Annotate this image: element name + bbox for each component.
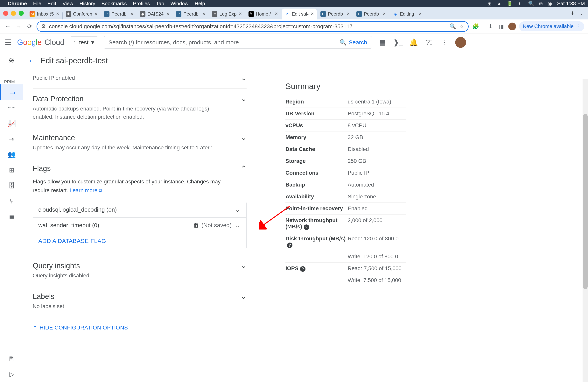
scrollbar-thumb[interactable] xyxy=(583,114,588,289)
extensions-icon[interactable]: 🧩 xyxy=(472,22,480,30)
close-window-button[interactable] xyxy=(3,11,8,16)
browser-tab[interactable]: ◆DAIS24✕ xyxy=(137,9,172,20)
rail-databases-icon[interactable]: ⊞ xyxy=(0,162,23,178)
minimize-window-button[interactable] xyxy=(11,11,16,16)
rail-product-icon[interactable]: ≋ xyxy=(0,53,23,68)
battery-icon[interactable]: 🔋 xyxy=(507,0,513,7)
gcp-search-button[interactable]: 🔍 Search xyxy=(335,36,372,49)
flag-row[interactable]: cloudsql.logical_decoding (on) ⌄ xyxy=(33,202,246,218)
menu-profiles[interactable]: Profiles xyxy=(133,0,150,7)
menubar-clock[interactable]: Sat 1:38 PM xyxy=(557,0,585,7)
reload-button[interactable]: ⟳ xyxy=(26,22,33,30)
forward-button[interactable]: → xyxy=(15,22,22,30)
browser-tab[interactable]: PPeerdb✕ xyxy=(173,9,208,20)
close-tab-icon[interactable]: ✕ xyxy=(56,11,59,17)
chevron-up-icon[interactable]: ⌃ xyxy=(241,164,247,172)
nav-menu-icon[interactable]: ☰ xyxy=(5,38,12,47)
rail-monitoring-icon[interactable]: 〰 xyxy=(0,100,23,116)
learn-more-link[interactable]: Learn more xyxy=(70,187,97,193)
browser-tab[interactable]: 𝕏Home /✕ xyxy=(246,9,281,20)
menu-app[interactable]: Chrome xyxy=(8,0,27,7)
rail-users-icon[interactable]: 👥 xyxy=(0,147,23,162)
menu-edit[interactable]: Edit xyxy=(47,0,56,7)
rail-insights-icon[interactable]: 📈 xyxy=(0,116,23,131)
chevron-down-icon[interactable]: ⌄ xyxy=(241,134,247,142)
close-tab-icon[interactable]: ✕ xyxy=(130,11,134,17)
google-cloud-logo[interactable]: Google Cloud xyxy=(17,38,64,47)
wifi-icon[interactable]: ᯤ xyxy=(518,0,523,7)
menu-view[interactable]: View xyxy=(63,0,73,7)
menu-tab[interactable]: Tab xyxy=(156,0,164,7)
close-tab-icon[interactable]: ✕ xyxy=(239,11,242,17)
chevron-down-icon[interactable]: ⌄ xyxy=(234,206,241,213)
back-button[interactable]: ← xyxy=(4,22,12,30)
browser-tab[interactable]: ❖Conferen✕ xyxy=(63,9,101,20)
close-tab-icon[interactable]: ✕ xyxy=(419,11,422,17)
account-avatar[interactable] xyxy=(455,37,466,48)
rail-overview-icon[interactable]: ▭ xyxy=(0,85,23,100)
more-icon[interactable]: ⋮ xyxy=(440,38,450,46)
status-app-icon[interactable]: ▲ xyxy=(497,0,502,7)
gcp-search-input[interactable]: Search (/) for resources, docs, products… xyxy=(104,36,335,49)
spotlight-icon[interactable]: 🔍 xyxy=(528,0,534,7)
help-tooltip-icon[interactable]: ? xyxy=(304,224,309,230)
bookmark-star-icon[interactable]: ☆ xyxy=(459,23,464,30)
browser-tab[interactable]: ≋Edit sai-✕ xyxy=(282,9,317,20)
browser-tab[interactable]: PPeerdb✕ xyxy=(101,9,136,20)
delete-flag-icon[interactable]: 🗑 xyxy=(193,222,199,229)
menu-window[interactable]: Window xyxy=(170,0,188,7)
section-labels[interactable]: Labels No labels set ⌄ xyxy=(33,286,247,317)
rail-backups-icon[interactable]: 🗄 xyxy=(0,178,23,193)
back-arrow-icon[interactable]: ← xyxy=(28,56,36,65)
close-tab-icon[interactable]: ✕ xyxy=(94,11,98,17)
menu-bookmarks[interactable]: Bookmarks xyxy=(102,0,127,7)
help-tooltip-icon[interactable]: ? xyxy=(287,243,293,248)
add-database-flag-button[interactable]: ADD A DATABASE FLAG xyxy=(33,233,246,249)
hide-configuration-button[interactable]: ⌃ HIDE CONFIGURATION OPTIONS xyxy=(33,317,247,335)
scrollbar-track[interactable] xyxy=(583,79,588,382)
notifications-icon[interactable]: 🔔 xyxy=(409,38,419,46)
cloud-shell-icon[interactable]: ❱_ xyxy=(393,38,403,46)
close-tab-icon[interactable]: ✕ xyxy=(382,11,386,17)
project-picker[interactable]: ∵ test ▾ xyxy=(70,36,98,48)
rail-connections-icon[interactable]: ⇥ xyxy=(0,131,23,147)
close-tab-icon[interactable]: ✕ xyxy=(274,11,278,17)
section-maintenance[interactable]: Maintenance Updates may occur any day of… xyxy=(33,127,247,158)
zoom-icon[interactable]: 🔍 xyxy=(449,23,456,30)
rail-operations-icon[interactable]: ≣ xyxy=(0,209,23,224)
section-query-insights[interactable]: Query insights Query insights disabled ⌄ xyxy=(33,255,247,286)
help-tooltip-icon[interactable]: ? xyxy=(300,266,305,272)
browser-tab[interactable]: ≡Log Exp✕ xyxy=(209,9,245,20)
profile-avatar[interactable] xyxy=(508,22,516,30)
close-tab-icon[interactable]: ✕ xyxy=(202,11,206,17)
browser-tab[interactable]: ◈Editing✕ xyxy=(390,9,425,20)
chevron-down-icon[interactable]: ⌄ xyxy=(241,95,247,103)
close-tab-icon[interactable]: ✕ xyxy=(311,11,314,17)
close-tab-icon[interactable]: ✕ xyxy=(166,11,169,17)
browser-tab[interactable]: MInbox (5✕ xyxy=(27,9,62,20)
close-tab-icon[interactable]: ✕ xyxy=(346,11,350,17)
control-center-icon[interactable]: ⎚ xyxy=(539,0,543,7)
menu-history[interactable]: History xyxy=(80,0,95,7)
chrome-update-pill[interactable]: New Chrome available ⋮ xyxy=(519,21,584,31)
chevron-down-icon[interactable]: ⌄ xyxy=(234,222,241,229)
site-info-icon[interactable]: ⚙ xyxy=(41,23,46,30)
cloud-shell-editor-icon[interactable]: ▤ xyxy=(378,38,388,46)
section-data-protection[interactable]: Data Protection Automatic backups enable… xyxy=(33,88,247,127)
browser-tab[interactable]: PPeerdb✕ xyxy=(354,9,389,20)
status-network-icon[interactable]: ⊞ xyxy=(487,0,492,7)
rail-release-notes-icon[interactable]: 🗎 xyxy=(0,351,23,366)
new-tab-button[interactable]: + xyxy=(568,9,577,17)
help-icon[interactable]: ?⃝ xyxy=(424,38,434,46)
omnibox[interactable]: ⚙ console.cloud.google.com/sql/instances… xyxy=(37,21,469,32)
chevron-down-icon[interactable]: ⌄ xyxy=(241,262,247,270)
rail-replicas-icon[interactable]: ⑂ xyxy=(0,193,23,209)
tab-overflow-button[interactable]: ⌄ xyxy=(577,11,587,16)
browser-tab[interactable]: PPeerdb✕ xyxy=(318,9,353,20)
menu-help[interactable]: Help xyxy=(195,0,205,7)
menu-file[interactable]: File xyxy=(33,0,41,7)
chevron-down-icon[interactable]: ⌄ xyxy=(241,74,247,82)
downloads-icon[interactable]: ⬇ xyxy=(486,22,494,30)
flag-row[interactable]: wal_sender_timeout (0) 🗑 (Not saved) ⌄ xyxy=(33,218,246,233)
siri-icon[interactable]: ◉ xyxy=(547,0,552,7)
